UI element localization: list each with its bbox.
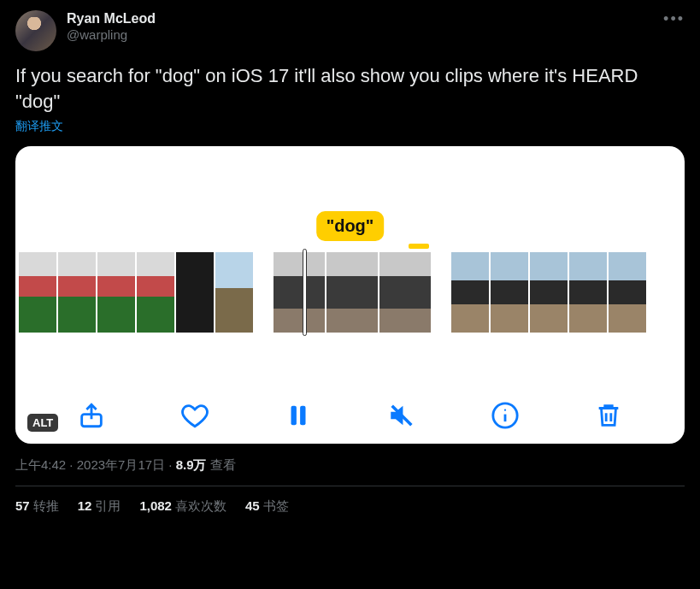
svg-rect-2	[300, 406, 305, 426]
tweet-time[interactable]: 上午4:42	[15, 457, 66, 472]
svg-rect-1	[291, 406, 296, 426]
timeline-thumbnail	[530, 252, 568, 333]
timeline-thumbnail	[491, 252, 528, 333]
timeline-thumbnail	[19, 252, 56, 333]
timeline-thumbnail	[215, 252, 253, 333]
more-options-icon[interactable]: •••	[663, 10, 685, 28]
playhead[interactable]	[303, 249, 307, 336]
alt-badge[interactable]: ALT	[27, 414, 58, 432]
clip-group-3[interactable]	[451, 252, 646, 333]
retweets-stat[interactable]: 57转推	[15, 498, 59, 515]
timeline-thumbnail	[326, 252, 378, 333]
clip-group-1[interactable]	[19, 252, 253, 333]
timeline-thumbnail	[274, 252, 325, 333]
pause-icon[interactable]	[284, 401, 313, 430]
timeline-thumbnail	[379, 252, 431, 333]
tweet-container: Ryan McLeod @warpling ••• If you search …	[0, 0, 700, 525]
clip-group-2[interactable]	[274, 252, 431, 333]
heart-icon[interactable]	[180, 401, 209, 430]
media-toolbar	[15, 401, 685, 430]
timeline-thumbnail	[451, 252, 489, 333]
engagement-stats: 57转推 12引用 1,082喜欢次数 45书签	[15, 498, 685, 515]
author-names[interactable]: Ryan McLeod @warpling	[67, 10, 156, 44]
views-label: 查看	[207, 457, 236, 472]
display-name: Ryan McLeod	[67, 10, 156, 27]
timeline-thumbnail	[97, 252, 135, 333]
video-timeline[interactable]	[15, 252, 685, 333]
info-icon[interactable]	[491, 401, 520, 430]
timeline-thumbnail	[176, 252, 214, 333]
timeline-thumbnail	[569, 252, 607, 333]
likes-stat[interactable]: 1,082喜欢次数	[139, 498, 226, 515]
bookmarks-stat[interactable]: 45书签	[245, 498, 289, 515]
tweet-date[interactable]: 2023年7月17日	[77, 457, 165, 472]
timeline-thumbnail	[609, 252, 646, 333]
tweet-header: Ryan McLeod @warpling •••	[15, 10, 685, 51]
svg-point-5	[504, 409, 506, 411]
trash-icon[interactable]	[594, 401, 623, 430]
tweet-meta: 上午4:42 · 2023年7月17日 · 8.9万 查看	[15, 457, 685, 474]
views-count: 8.9万	[176, 457, 207, 472]
share-icon[interactable]	[77, 401, 106, 430]
timeline-thumbnail	[137, 252, 174, 333]
caption-position-marker	[409, 244, 429, 249]
timeline-thumbnail	[58, 252, 96, 333]
avatar[interactable]	[15, 10, 56, 51]
translate-link[interactable]: 翻译推文	[15, 119, 685, 134]
quotes-stat[interactable]: 12引用	[78, 498, 121, 515]
caption-token: "dog"	[316, 211, 385, 241]
tweet-text: If you search for "dog" on iOS 17 it'll …	[15, 63, 685, 114]
author-handle: @warpling	[67, 27, 156, 44]
divider	[15, 486, 685, 486]
speaker-muted-icon[interactable]	[387, 401, 416, 430]
media-attachment[interactable]: "dog"	[15, 146, 685, 444]
